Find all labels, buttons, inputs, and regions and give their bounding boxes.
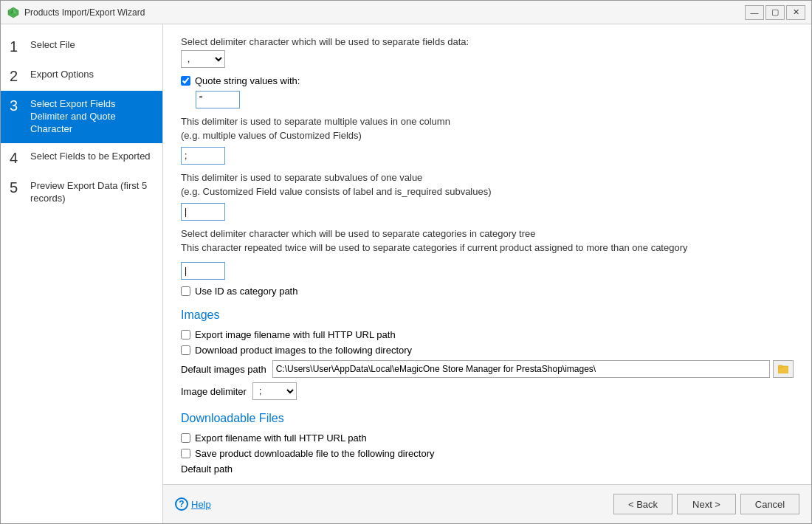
subvalue-desc1: This delimiter is used to separate subva… <box>181 172 794 183</box>
help-icon: ? <box>175 497 188 511</box>
use-id-row: Use ID as category path <box>181 286 794 297</box>
sidebar-item-delimiter[interactable]: 3 Select Export Fields Delimiter and Quo… <box>1 91 162 143</box>
subvalue-desc2: (e.g. Customized Field value consists of… <box>181 186 794 197</box>
main-area: Select delimiter character which will be… <box>163 24 811 523</box>
sidebar-item-export-options[interactable]: 2 Export Options <box>1 61 162 91</box>
sidebar-label-2: Export Options <box>30 69 94 81</box>
quote-checkbox[interactable] <box>181 76 190 86</box>
sidebar-number-3: 3 <box>10 98 30 113</box>
delimiter-select[interactable]: , ; | TAB <box>181 50 225 68</box>
download-images-label: Download product images to the following… <box>195 345 412 356</box>
sidebar: 1 Select File 2 Export Options 3 Select … <box>1 24 163 523</box>
images-path-input[interactable] <box>272 360 770 378</box>
export-image-url-label: Export image filename with full HTTP URL… <box>195 329 396 340</box>
multi-value-desc1: This delimiter is used to separate multi… <box>181 116 794 127</box>
multi-value-input[interactable] <box>181 147 225 165</box>
use-id-label: Use ID as category path <box>195 286 297 297</box>
svg-rect-4 <box>778 365 782 368</box>
multi-value-row: This delimiter is used to separate multi… <box>181 116 794 165</box>
help-link[interactable]: Help <box>191 499 211 510</box>
main-body: Select delimiter character which will be… <box>163 24 811 484</box>
image-delimiter-label: Image delimiter <box>181 386 247 397</box>
export-filename-url-checkbox[interactable] <box>181 433 190 443</box>
multi-value-desc2: (e.g. multiple values of Customized Fiel… <box>181 130 794 141</box>
subvalue-row: This delimiter is used to separate subva… <box>181 172 794 221</box>
save-downloadable-checkbox[interactable] <box>181 449 190 458</box>
export-filename-url-label: Export filename with full HTTP URL path <box>195 432 367 444</box>
delimiter-row: Select delimiter character which will be… <box>181 36 794 68</box>
cancel-button[interactable]: Cancel <box>740 494 799 514</box>
quote-label: Quote string values with: <box>195 75 300 86</box>
default-images-path-container: Default images path <box>181 360 794 378</box>
content-area: 1 Select File 2 Export Options 3 Select … <box>1 24 811 523</box>
quote-row: Quote string values with: <box>181 75 794 108</box>
downloadable-options-row: Export filename with full HTTP URL path … <box>181 432 794 475</box>
save-downloadable-row: Save product downloadable file to the fo… <box>181 448 794 459</box>
download-images-row: Download product images to the following… <box>181 345 794 356</box>
quote-checkbox-row: Quote string values with: <box>181 75 794 86</box>
image-delimiter-container: Image delimiter ; , | <box>181 382 794 400</box>
sidebar-label-1: Select File <box>30 39 75 52</box>
images-path-row <box>272 360 794 378</box>
category-input[interactable] <box>181 262 225 280</box>
subvalue-input[interactable] <box>181 203 225 221</box>
default-path-label: Default path <box>181 463 233 475</box>
downloadable-section-title: Downloadable Files <box>181 412 794 425</box>
footer-left: ? Help <box>175 497 211 511</box>
sidebar-item-select-fields[interactable]: 4 Select Fields to be Exported <box>1 143 162 173</box>
sidebar-number-5: 5 <box>10 180 30 195</box>
category-desc2: This character repeated twice will be us… <box>181 242 794 253</box>
sidebar-label-3: Select Export Fields Delimiter and Quote… <box>30 98 154 136</box>
back-button[interactable]: < Back <box>613 494 672 514</box>
title-bar-text: Products Import/Export Wizard <box>24 7 745 18</box>
save-downloadable-label: Save product downloadable file to the fo… <box>195 448 434 459</box>
close-button[interactable]: ✕ <box>786 5 805 20</box>
sidebar-number-1: 1 <box>10 39 30 54</box>
main-window: Products Import/Export Wizard ― ▢ ✕ 1 Se… <box>0 0 812 524</box>
app-icon <box>7 6 20 19</box>
sidebar-label-5: Preview Export Data (first 5 records) <box>30 180 154 205</box>
export-image-url-row: Export image filename with full HTTP URL… <box>181 329 794 340</box>
default-path-row: Default path <box>181 463 794 475</box>
default-images-path-label: Default images path <box>181 364 266 375</box>
sidebar-item-preview[interactable]: 5 Preview Export Data (first 5 records) <box>1 173 162 213</box>
images-folder-button[interactable] <box>773 360 794 378</box>
title-bar-controls: ― ▢ ✕ <box>745 5 805 20</box>
category-row: Select delimiter character which will be… <box>181 228 794 297</box>
footer-right: < Back Next > Cancel <box>613 494 799 514</box>
title-bar: Products Import/Export Wizard ― ▢ ✕ <box>1 1 811 24</box>
export-image-url-checkbox[interactable] <box>181 330 190 339</box>
sidebar-item-select-file[interactable]: 1 Select File <box>1 32 162 61</box>
use-id-checkbox[interactable] <box>181 286 190 296</box>
category-desc1: Select delimiter character which will be… <box>181 228 794 239</box>
sidebar-number-4: 4 <box>10 151 30 165</box>
image-delimiter-select[interactable]: ; , | <box>252 382 297 400</box>
export-filename-url-row: Export filename with full HTTP URL path <box>181 432 794 444</box>
sidebar-label-4: Select Fields to be Exported <box>30 151 151 163</box>
delimiter-description: Select delimiter character which will be… <box>181 36 794 47</box>
images-section-title: Images <box>181 308 794 322</box>
images-options-row: Export image filename with full HTTP URL… <box>181 329 794 400</box>
quote-input[interactable] <box>196 91 240 108</box>
restore-button[interactable]: ▢ <box>765 5 785 20</box>
minimize-button[interactable]: ― <box>745 5 764 20</box>
download-images-checkbox[interactable] <box>181 345 190 355</box>
footer: ? Help < Back Next > Cancel <box>163 484 811 523</box>
sidebar-number-2: 2 <box>10 69 30 83</box>
next-button[interactable]: Next > <box>677 494 736 514</box>
